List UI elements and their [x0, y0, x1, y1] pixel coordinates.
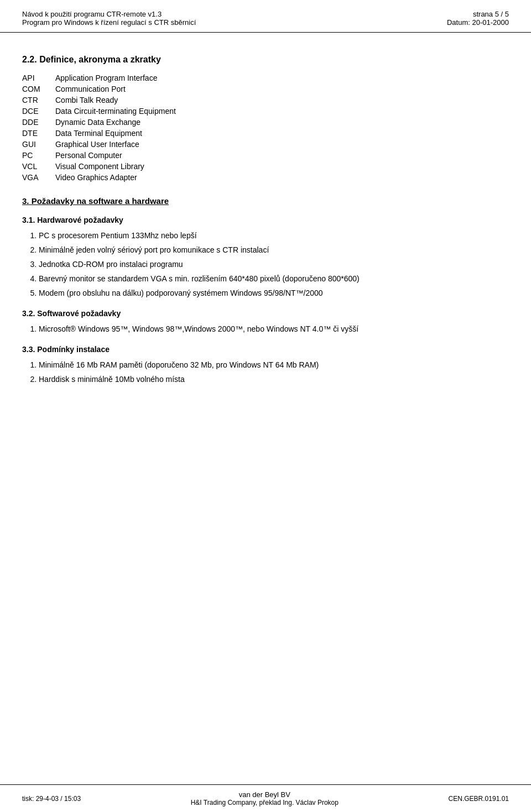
header-title: Návod k použití programu CTR-remote v1.3	[22, 10, 196, 18]
section-2-2-heading: 2.2. Definice, akronyma a zkratky	[22, 55, 509, 65]
acronym-row: DTEData Terminal Equipment	[22, 128, 509, 139]
acronym-abbr: PC	[22, 150, 55, 161]
list-item: Microsoft® Windows 95™, Windows 98™,Wind…	[39, 323, 509, 335]
section-3-1-list: PC s procesorem Pentium 133Mhz nebo lepš…	[39, 230, 509, 299]
acronym-row: GUIGraphical User Interface	[22, 139, 509, 150]
header-date: Datum: 20-01-2000	[447, 18, 509, 27]
section-3: 3. Požadavky na software a hardware 3.1.…	[22, 196, 509, 385]
footer-center-line2: H&I Trading Company, překlad Ing. Václav…	[191, 799, 339, 806]
list-item: Minimálně jeden volný sériový port pro k…	[39, 244, 509, 256]
main-content: 2.2. Definice, akronyma a zkratky APIApp…	[0, 33, 531, 784]
acronym-abbr: VCL	[22, 161, 55, 172]
acronym-abbr: CTR	[22, 95, 55, 106]
acronym-full: Dynamic Data Exchange	[55, 117, 509, 128]
section-3-1-heading: 3.1. Hardwarové požadavky	[22, 216, 509, 224]
acronym-full: Data Circuit-terminating Equipment	[55, 106, 509, 117]
acronym-row: VCLVisual Component Library	[22, 161, 509, 172]
section-3-3: 3.3. Podmínky instalace Minimálně 16 Mb …	[22, 345, 509, 385]
acronym-abbr: DDE	[22, 117, 55, 128]
acronym-abbr: VGA	[22, 172, 55, 183]
section-3-2: 3.2. Softwarové požadavky Microsoft® Win…	[22, 309, 509, 335]
acronym-abbr: GUI	[22, 139, 55, 150]
list-item: Barevný monitor se standardem VGA s min.…	[39, 273, 509, 285]
acronym-table: APIApplication Program InterfaceCOMCommu…	[22, 72, 509, 183]
footer-right: CEN.GEBR.0191.01	[449, 795, 509, 803]
acronym-abbr: COM	[22, 83, 55, 95]
footer-center: van der Beyl BV H&I Trading Company, pře…	[191, 790, 339, 806]
acronym-row: PCPersonal Computer	[22, 150, 509, 161]
section-3-3-heading: 3.3. Podmínky instalace	[22, 345, 509, 354]
acronym-full: Video Graphics Adapter	[55, 172, 509, 183]
section-3-3-list: Minimálně 16 Mb RAM paměti (doporučeno 3…	[39, 359, 509, 385]
page-header: Návod k použití programu CTR-remote v1.3…	[0, 0, 531, 33]
section-3-heading: 3. Požadavky na software a hardware	[22, 196, 509, 206]
acronym-full: Communication Port	[55, 83, 509, 95]
footer-left: tisk: 29-4-03 / 15:03	[22, 795, 81, 803]
acronym-full: Combi Talk Ready	[55, 95, 509, 106]
acronym-abbr: API	[22, 72, 55, 83]
acronym-abbr: DTE	[22, 128, 55, 139]
acronym-full: Visual Component Library	[55, 161, 509, 172]
acronym-abbr: DCE	[22, 106, 55, 117]
section-2-2: 2.2. Definice, akronyma a zkratky APIApp…	[22, 55, 509, 183]
acronym-full: Application Program Interface	[55, 72, 509, 83]
acronym-row: VGAVideo Graphics Adapter	[22, 172, 509, 183]
acronym-row: CTRCombi Talk Ready	[22, 95, 509, 106]
section-3-2-list: Microsoft® Windows 95™, Windows 98™,Wind…	[39, 323, 509, 335]
section-3-2-heading: 3.2. Softwarové požadavky	[22, 309, 509, 318]
footer-center-line1: van der Beyl BV	[191, 790, 339, 799]
acronym-full: Data Terminal Equipment	[55, 128, 509, 139]
header-subtitle: Program pro Windows k řízení regulací s …	[22, 18, 196, 27]
list-item: PC s procesorem Pentium 133Mhz nebo lepš…	[39, 230, 509, 242]
header-right: strana 5 / 5 Datum: 20-01-2000	[447, 10, 509, 27]
acronym-row: DDEDynamic Data Exchange	[22, 117, 509, 128]
list-item: Modem (pro obsluhu na dálku) podporovaný…	[39, 287, 509, 299]
list-item: Minimálně 16 Mb RAM paměti (doporučeno 3…	[39, 359, 509, 371]
acronym-row: APIApplication Program Interface	[22, 72, 509, 83]
header-page: strana 5 / 5	[447, 10, 509, 18]
section-3-1: 3.1. Hardwarové požadavky PC s procesore…	[22, 216, 509, 299]
acronym-row: DCEData Circuit-terminating Equipment	[22, 106, 509, 117]
acronym-full: Graphical User Interface	[55, 139, 509, 150]
header-left: Návod k použití programu CTR-remote v1.3…	[22, 10, 196, 27]
page-footer: tisk: 29-4-03 / 15:03 van der Beyl BV H&…	[0, 784, 531, 812]
acronym-row: COMCommunication Port	[22, 83, 509, 95]
page-wrapper: Návod k použití programu CTR-remote v1.3…	[0, 0, 531, 812]
list-item: Jednotka CD-ROM pro instalaci programu	[39, 259, 509, 270]
acronym-full: Personal Computer	[55, 150, 509, 161]
list-item: Harddisk s minimálně 10Mb volného místa	[39, 374, 509, 385]
